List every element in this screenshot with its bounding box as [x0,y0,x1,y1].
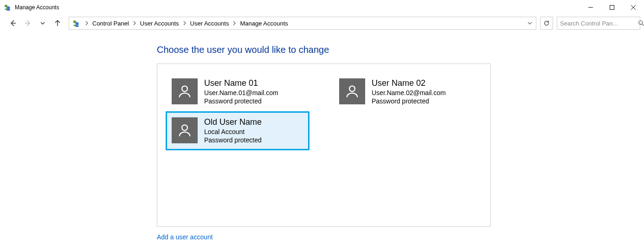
up-button[interactable] [51,17,64,30]
svg-point-15 [182,125,187,130]
accounts-panel: User Name 01 User.Name.01@mail.com Passw… [157,64,491,227]
close-button[interactable] [623,0,644,15]
app-icon [4,4,11,11]
breadcrumb-item[interactable]: User Accounts [139,20,180,27]
svg-point-11 [639,21,643,25]
search-icon [638,20,644,26]
account-email: User.Name.01@mail.com [204,89,278,97]
search-input[interactable] [560,20,638,27]
refresh-button[interactable] [540,17,553,30]
user-accounts-icon [72,19,80,27]
titlebar: Manage Accounts [0,0,644,15]
account-tile[interactable]: User Name 02 User.Name.02@mail.com Passw… [333,72,477,111]
chevron-right-icon[interactable] [232,21,237,26]
account-name: User Name 01 [204,78,278,89]
account-status: Password protected [372,97,446,105]
minimize-button[interactable] [580,0,601,15]
breadcrumb-item[interactable]: User Accounts [189,20,230,27]
navbar: Control Panel User Accounts User Account… [0,15,644,32]
account-type: Local Account [204,128,262,136]
chevron-right-icon[interactable] [182,21,187,26]
add-user-link[interactable]: Add a user account [157,233,644,241]
forward-button[interactable] [21,17,34,30]
address-dropdown-button[interactable] [526,21,534,26]
svg-rect-3 [610,6,614,10]
account-email: User.Name.02@mail.com [372,89,446,97]
account-status: Password protected [204,136,262,144]
account-tile[interactable]: User Name 01 User.Name.01@mail.com Passw… [166,72,309,111]
account-status: Password protected [204,97,278,105]
svg-point-13 [182,86,187,91]
chevron-right-icon[interactable] [84,21,90,26]
main-content: Choose the user you would like to change… [0,32,644,241]
svg-line-12 [642,24,644,26]
avatar-icon [172,117,198,143]
maximize-button[interactable] [601,0,623,15]
search-box[interactable] [557,17,640,30]
account-name: Old User Name [204,117,262,128]
window-title: Manage Accounts [15,4,59,11]
avatar-icon [172,78,198,104]
account-name: User Name 02 [372,78,446,89]
page-heading: Choose the user you would like to change [157,45,644,55]
breadcrumb-item[interactable]: Manage Accounts [239,20,289,27]
svg-point-14 [349,86,355,91]
account-tile-selected[interactable]: Old User Name Local Account Password pro… [166,111,309,150]
svg-point-10 [76,22,79,26]
avatar-icon [339,78,365,104]
breadcrumb-item[interactable]: Control Panel [91,20,130,27]
recent-locations-button[interactable] [36,17,49,30]
address-bar[interactable]: Control Panel User Accounts User Account… [69,17,536,30]
back-button[interactable] [6,17,19,30]
chevron-right-icon[interactable] [132,21,137,26]
